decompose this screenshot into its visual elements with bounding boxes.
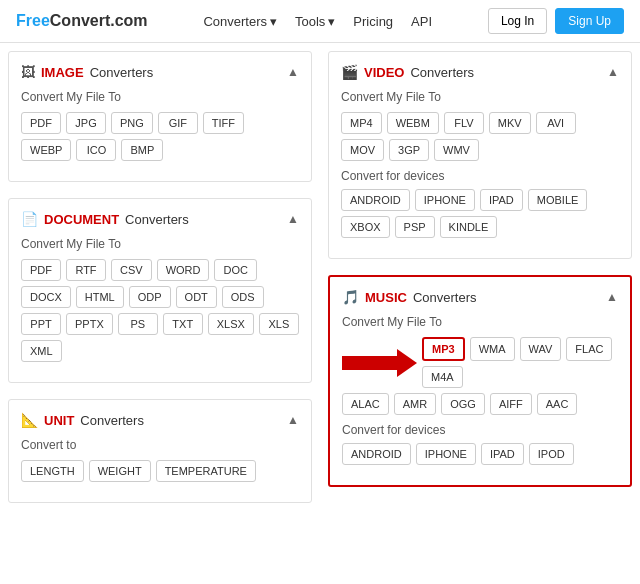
nav-tools[interactable]: Tools ▾	[295, 14, 335, 29]
video-collapse-btn[interactable]: ▲	[607, 65, 619, 79]
device-iphone[interactable]: IPHONE	[416, 443, 476, 465]
image-icon: 🖼	[21, 64, 35, 80]
format-pdf[interactable]: PDF	[21, 112, 61, 134]
format-xml[interactable]: XML	[21, 340, 62, 362]
format-wav[interactable]: WAV	[520, 337, 562, 361]
format-bmp[interactable]: BMP	[121, 139, 163, 161]
format-aac[interactable]: AAC	[537, 393, 578, 415]
format-avi[interactable]: AVI	[536, 112, 576, 134]
format-tiff[interactable]: TIFF	[203, 112, 244, 134]
site-header: FreeConvert.com Converters ▾ Tools ▾ Pri…	[0, 0, 640, 43]
format-xls[interactable]: XLS	[259, 313, 299, 335]
format-odp[interactable]: ODP	[129, 286, 171, 308]
format-m4a[interactable]: M4A	[422, 366, 463, 388]
arrow-head	[397, 349, 417, 377]
arrow-row: MP3 WMA WAV FLAC M4A	[342, 337, 618, 388]
format-ppt[interactable]: PPT	[21, 313, 61, 335]
format-ico[interactable]: ICO	[76, 139, 116, 161]
format-mkv[interactable]: MKV	[489, 112, 531, 134]
image-formats: PDF JPG PNG GIF TIFF WEBP ICO BMP	[21, 112, 299, 161]
nav-pricing[interactable]: Pricing	[353, 14, 393, 29]
format-wmv[interactable]: WMV	[434, 139, 479, 161]
main-nav: Converters ▾ Tools ▾ Pricing API	[203, 14, 432, 29]
format-odt[interactable]: ODT	[176, 286, 217, 308]
image-collapse-btn[interactable]: ▲	[287, 65, 299, 79]
document-collapse-btn[interactable]: ▲	[287, 212, 299, 226]
format-mov[interactable]: MOV	[341, 139, 384, 161]
format-webm[interactable]: WEBM	[387, 112, 439, 134]
unit-panel-header: 📐 UNIT Converters ▲	[21, 412, 299, 428]
format-3gp[interactable]: 3GP	[389, 139, 429, 161]
device-ipad[interactable]: IPAD	[481, 443, 524, 465]
format-jpg[interactable]: JPG	[66, 112, 106, 134]
music-devices-label: Convert for devices	[342, 423, 618, 437]
music-section-label: Converters	[413, 290, 477, 305]
site-logo[interactable]: FreeConvert.com	[16, 12, 148, 30]
format-pdf[interactable]: PDF	[21, 259, 61, 281]
device-kindle[interactable]: KINDLE	[440, 216, 498, 238]
format-aiff[interactable]: AIFF	[490, 393, 532, 415]
music-devices: ANDROID IPHONE IPAD IPOD	[342, 443, 618, 465]
right-column: 🎬 VIDEO Converters ▲ Convert My File To …	[320, 43, 640, 511]
unit-collapse-btn[interactable]: ▲	[287, 413, 299, 427]
format-docx[interactable]: DOCX	[21, 286, 71, 308]
format-txt[interactable]: TXT	[163, 313, 203, 335]
video-devices: ANDROID IPHONE IPAD MOBILE XBOX PSP KIND…	[341, 189, 619, 238]
format-xlsx[interactable]: XLSX	[208, 313, 254, 335]
format-rtf[interactable]: RTF	[66, 259, 106, 281]
unit-icon: 📐	[21, 412, 38, 428]
format-ogg[interactable]: OGG	[441, 393, 485, 415]
document-panel-title: 📄 DOCUMENT Converters	[21, 211, 189, 227]
device-ipad[interactable]: IPAD	[480, 189, 523, 211]
format-word[interactable]: WORD	[157, 259, 210, 281]
device-xbox[interactable]: XBOX	[341, 216, 390, 238]
device-iphone[interactable]: IPHONE	[415, 189, 475, 211]
video-section-label: Converters	[410, 65, 474, 80]
format-mp4[interactable]: MP4	[341, 112, 382, 134]
format-png[interactable]: PNG	[111, 112, 153, 134]
image-panel-header: 🖼 IMAGE Converters ▲	[21, 64, 299, 80]
format-alac[interactable]: ALAC	[342, 393, 389, 415]
music-subtitle: Convert My File To	[342, 315, 618, 329]
format-weight[interactable]: WEIGHT	[89, 460, 151, 482]
format-gif[interactable]: GIF	[158, 112, 198, 134]
music-type-label: MUSIC	[365, 290, 407, 305]
device-android[interactable]: ANDROID	[341, 189, 410, 211]
format-mp3[interactable]: MP3	[422, 337, 465, 361]
music-collapse-btn[interactable]: ▲	[606, 290, 618, 304]
device-psp[interactable]: PSP	[395, 216, 435, 238]
format-flv[interactable]: FLV	[444, 112, 484, 134]
device-ipod[interactable]: IPOD	[529, 443, 574, 465]
chevron-down-icon: ▾	[328, 14, 335, 29]
video-formats: MP4 WEBM FLV MKV AVI MOV 3GP WMV	[341, 112, 619, 161]
unit-panel-title: 📐 UNIT Converters	[21, 412, 144, 428]
unit-section-label: Converters	[80, 413, 144, 428]
format-ods[interactable]: ODS	[222, 286, 264, 308]
login-button[interactable]: Log In	[488, 8, 547, 34]
format-ps[interactable]: PS	[118, 313, 158, 335]
nav-converters[interactable]: Converters ▾	[203, 14, 277, 29]
video-panel-header: 🎬 VIDEO Converters ▲	[341, 64, 619, 80]
music-panel-title: 🎵 MUSIC Converters	[342, 289, 476, 305]
device-android[interactable]: ANDROID	[342, 443, 411, 465]
document-icon: 📄	[21, 211, 38, 227]
red-arrow-graphic	[342, 349, 417, 377]
format-wma[interactable]: WMA	[470, 337, 515, 361]
format-length[interactable]: LENGTH	[21, 460, 84, 482]
format-temperature[interactable]: TEMPERATURE	[156, 460, 256, 482]
nav-api[interactable]: API	[411, 14, 432, 29]
format-pptx[interactable]: PPTX	[66, 313, 113, 335]
format-flac[interactable]: FLAC	[566, 337, 612, 361]
image-section-label: Converters	[90, 65, 154, 80]
chevron-down-icon: ▾	[270, 14, 277, 29]
format-amr[interactable]: AMR	[394, 393, 436, 415]
format-csv[interactable]: CSV	[111, 259, 152, 281]
device-mobile[interactable]: MOBILE	[528, 189, 588, 211]
format-webp[interactable]: WEBP	[21, 139, 71, 161]
format-doc[interactable]: DOC	[214, 259, 256, 281]
music-panel: 🎵 MUSIC Converters ▲ Convert My File To …	[328, 275, 632, 487]
signup-button[interactable]: Sign Up	[555, 8, 624, 34]
format-html[interactable]: HTML	[76, 286, 124, 308]
music-panel-header: 🎵 MUSIC Converters ▲	[342, 289, 618, 305]
video-panel-title: 🎬 VIDEO Converters	[341, 64, 474, 80]
